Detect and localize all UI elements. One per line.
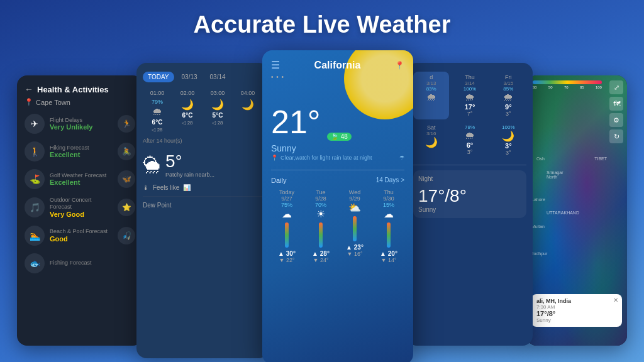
after-hours-label: After 14 hour(s) bbox=[143, 138, 262, 144]
cards-container: ← Health & Activities 📍 Cape Town ✈ Flig… bbox=[0, 50, 644, 362]
daily-col-wed: Wed 9/29 ⛅ ▲ 23° ▼ 16° bbox=[339, 189, 370, 263]
location-icon[interactable]: 📍 bbox=[395, 61, 404, 70]
location-pin-icon: 📍 bbox=[25, 98, 33, 106]
activity-icon-flight: ✈ bbox=[25, 114, 45, 134]
activity-extra-beach: 🎣 bbox=[118, 227, 135, 244]
daily-label: Daily bbox=[271, 177, 286, 184]
activity-icon-fishing: 🐟 bbox=[25, 253, 45, 273]
activity-info-golf: Golf Weather Forecast Excellent bbox=[50, 172, 113, 187]
card-health: ← Health & Activities 📍 Cape Town ✈ Flig… bbox=[17, 75, 143, 346]
hourly-col-2: 02:00 🌙 6°C ◁ 28 bbox=[173, 90, 202, 133]
activity-item-golf: ⛳ Golf Weather Forecast Excellent 🦋 bbox=[25, 169, 135, 189]
popup-close-button[interactable]: ✕ bbox=[613, 297, 618, 304]
chart-icon: 📊 bbox=[183, 184, 191, 191]
california-header: ☰ California 📍 bbox=[271, 59, 404, 71]
hourly-col-1: 01:00 79% 🌧 6°C ◁ 28 bbox=[143, 90, 172, 133]
map-controls: ⤢ 🗺 ⚙ ↻ bbox=[609, 80, 623, 143]
activity-item-fishing: 🐟 Fishing Forecast bbox=[25, 253, 135, 273]
night-label: Night bbox=[418, 175, 521, 182]
weather-condition: Sunny bbox=[271, 143, 404, 153]
tab-0314[interactable]: 03/14 bbox=[205, 72, 231, 82]
activity-info-concert: Outdoor Concert Forecast Very Good bbox=[50, 197, 113, 218]
popup-city-name: ali, MH, India bbox=[536, 298, 617, 304]
weekly-day-thu: Thu 3/14 100% 🌧 17° 7° bbox=[452, 72, 487, 119]
map-background: 30507085100 ⤢ 🗺 ⚙ ↻ Osh SrinagarNorth TI… bbox=[526, 75, 627, 346]
map-label-jodhpur: Jodhpur bbox=[531, 251, 547, 256]
daily-columns: Today 9/27 75% ☁ ▲ 30° ▼ 22° Tue 9/28 70… bbox=[271, 189, 404, 263]
card-weekly: d 3/13 83% 🌧 Thu 3/14 100% 🌧 17° 7° Fri … bbox=[407, 63, 533, 346]
dew-point-label: Dew Point bbox=[143, 202, 172, 209]
patchy-desc: Patchy rain nearb... bbox=[165, 172, 214, 178]
daily-col-tue: Tue 9/28 70% ☀ ▲ 28° ▼ 24° bbox=[305, 189, 336, 263]
thermometer-icon: 🌡 bbox=[143, 184, 149, 191]
umbrella-icon: ☂ bbox=[399, 155, 404, 161]
map-layers-button[interactable]: 🗺 bbox=[609, 97, 623, 111]
page-title: Accurate Live Weather bbox=[0, 11, 644, 38]
pin-icon-small: 📍 bbox=[271, 155, 278, 161]
map-label-tibet: TIBET bbox=[594, 156, 607, 161]
tab-today[interactable]: TODAY bbox=[143, 72, 174, 82]
activity-icon-concert: 🎵 bbox=[25, 197, 45, 217]
city-name: California bbox=[314, 60, 361, 71]
map-filter-button[interactable]: ⚙ bbox=[609, 113, 623, 127]
daily-col-today: Today 9/27 75% ☁ ▲ 30° ▼ 22° bbox=[271, 189, 303, 263]
map-color-labels: 30507085100 bbox=[533, 85, 602, 89]
activity-info-flight: Flight Delays Very Unlikely bbox=[50, 117, 113, 131]
activity-item-beach: 🏊 Beach & Pool Forecast Good 🎣 bbox=[25, 226, 135, 246]
map-color-bar bbox=[533, 80, 602, 84]
activity-item-hiking: 🚶 Hiking Forecast Excellent 🚴 bbox=[25, 141, 135, 162]
map-popup: ✕ ali, MH, India 7:30 AM 17°/8° Sunny bbox=[531, 294, 622, 327]
activity-item-concert: 🎵 Outdoor Concert Forecast Very Good ⭐ bbox=[25, 197, 135, 218]
weekly-day-today: d 3/13 83% 🌧 bbox=[413, 72, 449, 119]
activity-icon-hiking: 🚶 bbox=[25, 141, 45, 162]
weather-description: 📍 Clear,watch for light rain late at nig… bbox=[271, 155, 404, 161]
tab-0313[interactable]: 03/13 bbox=[177, 72, 203, 82]
weekly-day-extra: 78% 🌧 6° 3° bbox=[452, 122, 487, 158]
night-section: Night 17°/8° Sunny bbox=[413, 170, 526, 218]
hourly-tabs: TODAY 03/13 03/14 bbox=[143, 72, 262, 82]
feels-section: 🌡 Feels like 📊 bbox=[143, 184, 262, 191]
hourly-columns: 01:00 79% 🌧 6°C ◁ 28 02:00 🌙 6°C ◁ 28 03… bbox=[143, 90, 262, 133]
weekly-day-extra2: 100% 🌙 3° 3° bbox=[491, 122, 526, 158]
daily-header: Daily 14 Days > bbox=[271, 170, 404, 184]
map-refresh-button[interactable]: ↻ bbox=[609, 129, 623, 143]
patchy-temp: 5° bbox=[165, 151, 214, 172]
activity-extra-golf: 🦋 bbox=[118, 170, 135, 188]
popup-temperature: 17°/8° bbox=[536, 310, 617, 317]
daily-col-thu: Thu 9/30 15% ☁ ▲ 20° ▼ 14° bbox=[373, 189, 404, 263]
leaf-icon: 🍃 bbox=[331, 133, 338, 140]
health-location: 📍 Cape Town bbox=[25, 98, 135, 106]
patchy-section: 🌦 5° Patchy rain nearb... bbox=[143, 151, 262, 178]
card-health-header: ← Health & Activities bbox=[25, 84, 135, 94]
hourly-col-3: 03:00 🌙 5°C ◁ 28 bbox=[203, 90, 232, 133]
weekly-day-sat: Sat 3/16 🌙 bbox=[413, 122, 449, 158]
card-map[interactable]: 30507085100 ⤢ 🗺 ⚙ ↻ Osh SrinagarNorth TI… bbox=[526, 75, 627, 346]
night-temperature: 17°/8° bbox=[418, 186, 521, 206]
days-link[interactable]: 14 Days > bbox=[376, 177, 404, 184]
popup-condition: Sunny bbox=[536, 317, 617, 323]
card-california: ☰ California 📍 • • • 21° 🍃 48 Sunny 📍 Cl… bbox=[262, 50, 413, 362]
activity-icon-beach: 🏊 bbox=[25, 226, 45, 246]
main-temperature: 21° bbox=[271, 103, 321, 141]
card-hourly: TODAY 03/13 03/14 01:00 79% 🌧 6°C ◁ 28 0… bbox=[136, 63, 269, 358]
activity-extra-concert: ⭐ bbox=[118, 199, 135, 216]
activity-info-fishing: Fishing Forecast bbox=[50, 260, 135, 266]
map-label-uttarakhand: UTTARAKHAND bbox=[547, 211, 579, 215]
aqi-badge: 🍃 48 bbox=[327, 133, 352, 141]
activity-item-flight: ✈ Flight Delays Very Unlikely 🏃 bbox=[25, 114, 135, 134]
menu-icon[interactable]: ☰ bbox=[271, 59, 280, 71]
dew-section: Dew Point bbox=[143, 196, 262, 209]
weekly-day-fri: Fri 3/15 85% 🌧 9° 3° bbox=[491, 72, 526, 119]
patchy-icon: 🌦 bbox=[143, 155, 160, 175]
night-condition: Sunny bbox=[418, 206, 521, 213]
activity-icon-golf: ⛳ bbox=[25, 169, 45, 189]
map-expand-button[interactable]: ⤢ bbox=[609, 80, 623, 94]
feels-like-label: Feels like bbox=[153, 184, 179, 191]
activity-info-beach: Beach & Pool Forecast Good bbox=[50, 228, 113, 243]
map-label-multan: Multan bbox=[531, 224, 545, 229]
map-label-osh: Osh bbox=[536, 156, 545, 161]
activity-info-hiking: Hiking Forecast Excellent bbox=[50, 145, 113, 159]
map-label-lahore: Lahore bbox=[531, 197, 545, 202]
hourly-col-4: 04:00 🌙 bbox=[233, 90, 262, 133]
back-arrow-icon[interactable]: ← bbox=[25, 84, 33, 94]
